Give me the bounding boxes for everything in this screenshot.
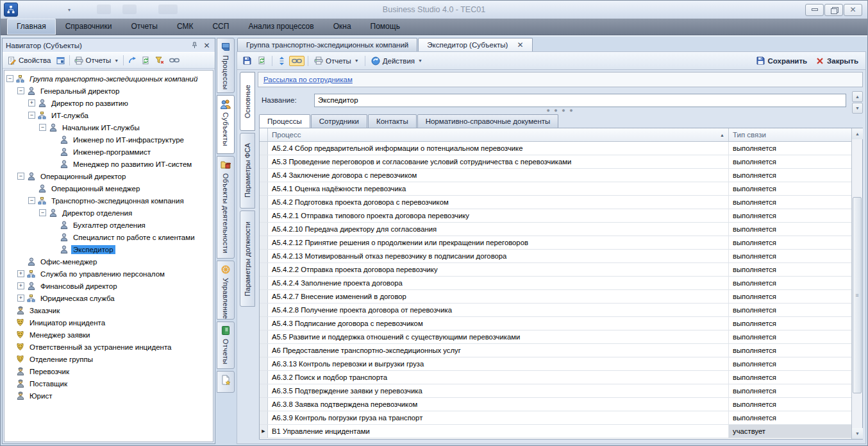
menu-item[interactable]: Отчеты — [121, 19, 167, 35]
tree-item[interactable]: +Юридическая служба — [4, 292, 213, 304]
scrollbar-up-button[interactable]: ▲ — [852, 128, 863, 139]
properties-button[interactable]: Свойства — [5, 55, 54, 66]
table-row[interactable]: А5.4.2.10 Передача директору для согласо… — [260, 223, 851, 236]
table-row[interactable]: А5.4.3 Подписание договора с перевозчико… — [260, 317, 851, 330]
splitter-grip[interactable]: ● ● ● ● — [258, 107, 863, 113]
tree-item[interactable]: Инженер по ИТ-инфраструктуре — [4, 133, 213, 146]
tree-item[interactable]: Заказчик — [4, 304, 213, 316]
table-row[interactable]: А5.4.2.13 Мотивированный отказ перевозчи… — [260, 250, 851, 263]
tree-item[interactable]: Перевозчик — [4, 365, 213, 377]
app-logo-icon[interactable] — [4, 3, 18, 17]
tree-item[interactable]: Инициатор инцидента — [4, 316, 213, 329]
tree-item[interactable]: Специалист по работе с клиентами — [4, 231, 213, 243]
table-row[interactable]: А6.3.9 Контроль погрузки груза на трансп… — [260, 411, 851, 425]
collapse-icon[interactable]: − — [17, 173, 24, 180]
tree-item[interactable]: Поставщик — [4, 377, 213, 390]
scroll-down-button[interactable]: ▼ — [852, 103, 863, 114]
document-tab[interactable]: Экспедитор (Субъекты)✕ — [418, 38, 532, 51]
module-tab-subjects[interactable]: Субъекты — [217, 95, 235, 154]
tree-item[interactable]: +Служба по управлению персоналом — [4, 268, 213, 280]
collapse-icon[interactable]: − — [39, 124, 46, 131]
close-document-button[interactable]: Закрыть — [816, 57, 858, 65]
table-row[interactable]: А5.4.2.7 Внесение изменений в договорвып… — [260, 290, 851, 304]
menu-item[interactable]: Главная — [7, 19, 56, 35]
tree-item[interactable]: −ИТ-служба — [4, 109, 213, 121]
tree-item[interactable]: −Операционный директор — [4, 170, 213, 182]
menu-item[interactable]: Помощь — [361, 19, 410, 35]
tree-item[interactable]: Менеджер заявки — [4, 329, 213, 341]
table-row[interactable]: А5.2.4 Сбор предварительной информации о… — [260, 142, 851, 155]
tree-item[interactable]: −Начальник ИТ-службы — [4, 121, 213, 133]
go-forward-button[interactable] — [126, 55, 139, 65]
tree-item[interactable]: Операционный менеджер — [4, 182, 213, 194]
tree-item[interactable]: Отделение группы — [4, 353, 213, 365]
table-row[interactable]: А6.3.2 Поиск и подбор транспортавыполняе… — [260, 371, 851, 384]
table-row[interactable]: А6.3.5 Подтверждение заявки у перевозчик… — [260, 384, 851, 398]
form-side-tab[interactable]: Основные — [240, 72, 255, 131]
expand-icon[interactable]: + — [17, 295, 24, 302]
expand-collapse-button[interactable] — [276, 55, 288, 67]
collapse-icon[interactable]: − — [17, 87, 24, 94]
tree-item[interactable]: Юрист — [4, 390, 213, 402]
menu-item[interactable]: Анализ процессов — [238, 19, 323, 35]
quick-access-dropdown-icon[interactable] — [64, 4, 74, 15]
collapse-icon[interactable]: − — [39, 209, 46, 216]
tree-item[interactable]: −Транспортно-экспедицонная компания — [4, 194, 213, 207]
menu-item[interactable]: Окна — [324, 19, 361, 35]
mailing-link[interactable]: Рассылка по сотрудникам — [263, 76, 353, 83]
table-row[interactable]: А5.5 Развитие и поддержка отношений с су… — [260, 330, 851, 344]
menu-item[interactable]: Справочники — [56, 19, 122, 35]
tree-item[interactable]: Бухгалтер отделения — [4, 219, 213, 231]
document-tab[interactable]: Группа транспортно-экспедиционных компан… — [237, 38, 417, 51]
document-reports-button[interactable]: Отчеты ▼ — [312, 55, 362, 66]
tree-item[interactable]: Офис-менеджер — [4, 255, 213, 268]
expand-icon[interactable]: + — [17, 270, 24, 277]
refresh-button[interactable] — [139, 55, 153, 66]
tree-item[interactable]: Инженер-программист — [4, 146, 213, 158]
navigator-reports-button[interactable]: Отчеты ▼ — [72, 55, 122, 66]
expand-icon[interactable]: + — [17, 282, 24, 289]
scrollbar-thumb[interactable]: ≡ — [853, 197, 862, 393]
table-row[interactable]: А5.4.2.8 Получение проекта договора от п… — [260, 304, 851, 317]
module-tab-management[interactable]: Управление — [217, 261, 235, 320]
module-tab-newdoc[interactable] — [217, 371, 235, 393]
form-side-tab[interactable]: Параметры должности — [240, 210, 255, 307]
clear-filter-button[interactable] — [153, 55, 167, 65]
refresh-document-button[interactable] — [255, 55, 269, 66]
content-tab[interactable]: Процессы — [259, 114, 310, 128]
content-tab[interactable]: Сотрудники — [311, 114, 367, 128]
scroll-up-button[interactable]: ▲ — [852, 91, 863, 102]
restore-button[interactable] — [824, 4, 843, 16]
collapse-icon[interactable]: − — [28, 112, 35, 119]
link-mode-button[interactable] — [167, 56, 182, 65]
pin-icon[interactable] — [190, 40, 199, 50]
table-row[interactable]: А6.3.13 Контроль перевозки и выгрузки гр… — [260, 357, 851, 371]
panel-close-button[interactable]: ✕ — [202, 40, 212, 50]
tree-item[interactable]: +Директор по развитию — [4, 97, 213, 109]
table-row[interactable]: А5.4.1 Оценка надёжности перевозчикавыпо… — [260, 182, 851, 196]
table-row[interactable]: А5.4.2.2 Отправка проекта договора перев… — [260, 263, 851, 277]
tree-item[interactable]: Ответственный за устранение инцидента — [4, 341, 213, 353]
module-tab-process[interactable]: Процессы — [217, 38, 235, 93]
tree-item[interactable]: +Финансовый директор — [4, 280, 213, 292]
expand-icon[interactable]: + — [28, 99, 35, 107]
tree-item[interactable]: −Генеральный директор — [4, 85, 213, 97]
module-tab-reports[interactable]: Отчеты — [217, 322, 235, 369]
form-side-tab[interactable]: Параметры ФСА — [240, 133, 255, 209]
scrollbar-track[interactable]: ≡ — [852, 139, 862, 428]
table-row[interactable]: А6 Предоставление транспортно-экспедицио… — [260, 344, 851, 357]
menu-item[interactable]: ССП — [203, 19, 238, 35]
sync-navigator-toggle[interactable] — [289, 56, 305, 66]
collapse-icon[interactable]: − — [28, 197, 35, 204]
close-button[interactable]: ✕ — [844, 4, 862, 16]
tree-item[interactable]: Экспедитор — [4, 243, 213, 255]
content-tab[interactable]: Нормативно-справочные документы — [417, 114, 559, 128]
name-input[interactable] — [314, 94, 846, 107]
tree-item[interactable]: Менеджер по развитию ИТ-систем — [4, 158, 213, 170]
table-row[interactable]: А5.4.2.12 Принятие решения о продолжении… — [260, 236, 851, 250]
collapse-icon[interactable]: − — [6, 75, 13, 82]
table-row[interactable]: А5.4 Заключение договора с перевозчикомв… — [260, 169, 851, 182]
table-row[interactable]: А5.4.2.1 Отправка типового проекта догов… — [260, 209, 851, 223]
table-row[interactable]: А5.3 Проведение переговоров и согласован… — [260, 155, 851, 169]
column-header-link-type[interactable]: Тип связи — [728, 128, 851, 141]
